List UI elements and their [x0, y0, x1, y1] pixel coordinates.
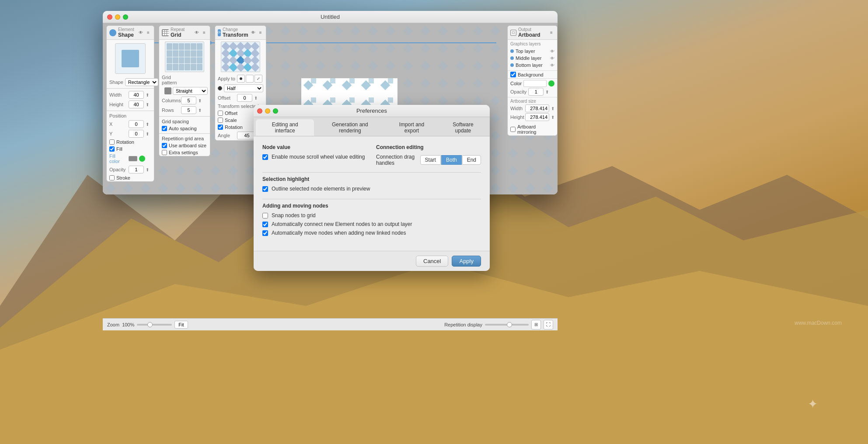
artboard-width-stepper[interactable]: ⬆ — [551, 106, 554, 111]
auto-spacing-checkbox[interactable] — [162, 126, 167, 131]
output-opacity-input[interactable] — [528, 88, 544, 96]
end-button[interactable]: End — [462, 155, 481, 165]
color-swatch[interactable] — [523, 80, 547, 87]
both-button[interactable]: Both — [441, 155, 462, 165]
bottom-layer-eye[interactable]: 👁 — [550, 63, 554, 68]
apply-dot-icon[interactable] — [237, 75, 245, 83]
minimize-button[interactable] — [115, 14, 120, 20]
x-stepper[interactable]: ⬆ — [146, 122, 149, 127]
rep-thumb[interactable] — [507, 322, 512, 327]
top-layer-dot — [510, 49, 514, 53]
extra-settings-label: Extra settings — [169, 150, 198, 155]
offset-stepper[interactable]: ⬆ — [254, 96, 258, 101]
layers-section: Graphics layers Top layer 👁 Middle layer… — [508, 40, 557, 71]
color-row: Color — [510, 80, 554, 87]
shape-select[interactable]: Rectangle — [125, 78, 158, 86]
fullscreen-button[interactable]: ⛶ — [544, 320, 553, 330]
tab-editing[interactable]: Editing and interface — [256, 119, 314, 136]
offset-checkbox[interactable] — [218, 111, 223, 116]
height-input[interactable] — [129, 101, 144, 108]
size-section: Artboard size Width ⬆ Height ⬆ — [508, 97, 557, 123]
start-button[interactable]: Start — [420, 155, 441, 165]
auto-move-checkbox[interactable] — [262, 230, 268, 236]
width-stepper[interactable]: ⬆ — [146, 93, 149, 97]
auto-connect-checkbox[interactable] — [262, 222, 268, 227]
enable-scroll-checkbox[interactable] — [262, 154, 268, 160]
background-checkbox[interactable] — [510, 72, 516, 77]
rows-label: Rows — [162, 108, 179, 113]
adding-moving-title: Adding and moving nodes — [262, 203, 481, 209]
columns-stepper[interactable]: ⬆ — [198, 98, 202, 103]
apply-button[interactable]: Apply — [452, 256, 481, 267]
artboard-height-input[interactable] — [525, 113, 549, 121]
middle-layer-eye[interactable]: 👁 — [550, 56, 554, 61]
fill-color-swatch[interactable] — [129, 156, 137, 161]
output-opacity-stepper[interactable]: ⬆ — [545, 90, 549, 94]
fill-checkbox[interactable] — [109, 146, 115, 152]
transform-menu-icon[interactable]: ≡ — [258, 30, 264, 36]
rep-display-slider[interactable] — [485, 324, 529, 326]
half-row: Half — [215, 83, 266, 93]
pref-min[interactable] — [265, 108, 270, 114]
y-stepper[interactable]: ⬆ — [146, 132, 149, 136]
opacity-row: Opacity ⬆ — [107, 165, 154, 174]
apply-grid-icon[interactable] — [246, 75, 254, 83]
y-input[interactable] — [129, 130, 144, 138]
auto-spacing-label: Auto spacing — [169, 126, 197, 131]
bottom-layer-dot — [510, 63, 514, 67]
height-stepper[interactable]: ⬆ — [146, 102, 149, 107]
grid-view-button[interactable]: ⊞ — [531, 320, 541, 330]
traffic-lights — [107, 14, 128, 20]
zoom-thumb[interactable] — [147, 322, 153, 327]
eye-icon[interactable]: 👁 — [138, 30, 144, 36]
color-green-dot[interactable] — [548, 80, 554, 87]
pref-max[interactable] — [273, 108, 278, 114]
close-button[interactable] — [107, 14, 112, 20]
menu-icon[interactable]: ≡ — [145, 30, 151, 36]
transform-eye-icon[interactable]: 👁 — [250, 30, 256, 36]
transform-header-label: Change — [223, 27, 248, 32]
offset-input[interactable] — [237, 94, 252, 102]
grid-menu-icon[interactable]: ≡ — [201, 30, 207, 36]
grid-eye-icon[interactable]: 👁 — [194, 30, 200, 36]
columns-input[interactable] — [181, 97, 196, 104]
x-input[interactable] — [129, 120, 144, 128]
zoom-slider[interactable] — [137, 324, 172, 326]
fill-row: Fill — [107, 146, 154, 153]
rotation-checkbox[interactable] — [109, 139, 115, 145]
half-select[interactable]: Half — [224, 84, 263, 92]
cancel-button[interactable]: Cancel — [416, 256, 448, 267]
maximize-button[interactable] — [123, 14, 128, 20]
output-menu-icon[interactable]: ≡ — [548, 30, 554, 36]
mirroring-checkbox[interactable] — [510, 127, 516, 132]
fill-color-green[interactable] — [139, 156, 145, 162]
rows-input[interactable] — [181, 106, 196, 114]
artboard-height-stepper[interactable]: ⬆ — [551, 115, 554, 120]
fit-button[interactable]: Fit — [174, 321, 188, 329]
outline-checkbox[interactable] — [262, 186, 268, 192]
pref-close[interactable] — [257, 108, 262, 114]
outline-label: Outline selected node elements in previe… — [272, 186, 370, 192]
output-opacity-label: Opacity — [510, 89, 526, 94]
rotation-cb-checkbox[interactable] — [218, 125, 223, 130]
top-layer-eye[interactable]: 👁 — [550, 49, 554, 54]
pref-content: Node value Enable mouse scroll wheel val… — [254, 136, 490, 251]
tab-import-export[interactable]: Import and export — [386, 119, 438, 136]
stroke-checkbox[interactable] — [109, 175, 115, 180]
tab-software[interactable]: Software update — [439, 119, 488, 136]
node-value-title: Node value — [262, 144, 367, 150]
opacity-input[interactable] — [129, 166, 144, 173]
artboard-width-input[interactable] — [525, 104, 549, 112]
scale-checkbox[interactable] — [218, 118, 223, 123]
snap-grid-checkbox[interactable] — [262, 213, 268, 219]
tab-generation[interactable]: Generation and rendering — [315, 119, 385, 136]
apply-to-label: Apply to — [218, 76, 235, 81]
scale-cb-label: Scale — [225, 118, 237, 123]
opacity-stepper[interactable]: ⬆ — [146, 167, 149, 172]
use-artboard-checkbox[interactable] — [162, 143, 167, 148]
extra-settings-checkbox[interactable] — [162, 150, 167, 155]
width-input[interactable]: 40 — [129, 91, 144, 99]
grid-pattern-select[interactable]: Straight — [173, 87, 208, 95]
apply-connect-icon[interactable]: ⤢ — [254, 75, 262, 83]
rows-stepper[interactable]: ⬆ — [198, 108, 202, 113]
